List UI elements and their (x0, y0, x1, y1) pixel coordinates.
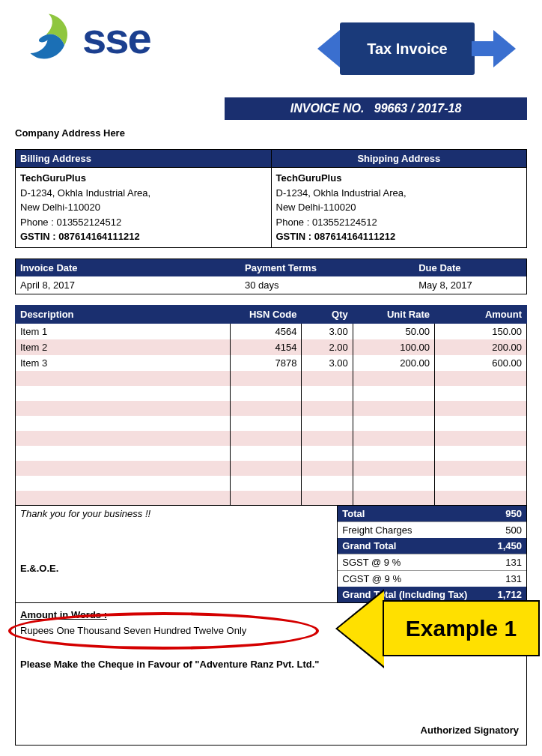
cell-qty: 2.00 (302, 339, 353, 355)
table-row: Item 378783.00200.00600.00 (16, 355, 527, 371)
cell-hsn (230, 371, 302, 386)
cell-amount: 200.00 (435, 339, 527, 355)
shipping-line1: D-1234, Okhla Industrial Area, (276, 186, 523, 201)
cell-desc: Item 2 (16, 339, 231, 355)
cell-rate: 100.00 (353, 339, 434, 355)
cell-qty (302, 446, 353, 461)
cell-rate (353, 476, 434, 491)
shipping-phone: Phone : 013552124512 (276, 215, 523, 230)
grand-total-tax-value: 1,712 (489, 587, 527, 603)
billing-name: TechGuruPlus (20, 171, 267, 186)
eoe-text: E.&.O.E. (20, 563, 332, 574)
total-value: 950 (489, 506, 527, 522)
cell-rate: 200.00 (353, 355, 434, 371)
grand-total-value: 1,450 (489, 538, 527, 554)
payment-terms-value: 30 days (240, 276, 414, 294)
address-table: Billing Address Shipping Address TechGur… (15, 149, 527, 248)
billing-header: Billing Address (16, 150, 272, 168)
cell-amount (435, 431, 527, 446)
amount-in-words-value: Rupees One Thousand Seven Hundred Twelve… (20, 625, 522, 636)
cell-qty (302, 401, 353, 416)
table-row (16, 461, 527, 476)
logo-text: sse (82, 13, 150, 63)
total-label: Total (338, 506, 489, 522)
shipping-header: Shipping Address (271, 150, 527, 168)
banner-title: Tax Invoice (367, 40, 447, 58)
cell-desc (16, 431, 231, 446)
invoice-no-label: INVOICE NO. (290, 102, 365, 115)
cell-desc: Item 1 (16, 323, 231, 339)
cell-hsn (230, 476, 302, 491)
cell-amount (435, 476, 527, 491)
cell-rate (353, 401, 434, 416)
cell-amount: 150.00 (435, 323, 527, 339)
cell-qty (302, 476, 353, 491)
logo-swirl-icon (22, 11, 75, 64)
cell-desc (16, 446, 231, 461)
authorized-signatory-label: Authorized Signatory (421, 725, 519, 736)
payment-terms-header: Payment Terms (240, 258, 414, 276)
table-row (16, 476, 527, 491)
cell-qty (302, 416, 353, 431)
invoice-date-header: Invoice Date (16, 258, 241, 276)
grand-total-label: Grand Total (338, 538, 489, 554)
cell-rate (353, 461, 434, 476)
col-description: Description (16, 305, 231, 323)
cell-hsn (230, 491, 302, 506)
cell-desc (16, 491, 231, 506)
cell-hsn (230, 416, 302, 431)
col-amount: Amount (435, 305, 527, 323)
cell-qty (302, 461, 353, 476)
billing-gstin: GSTIN : 087614164111212 (20, 229, 267, 244)
col-hsn: HSN Code (230, 305, 302, 323)
table-row: Item 145643.0050.00150.00 (16, 323, 527, 339)
cell-amount (435, 446, 527, 461)
table-row (16, 416, 527, 431)
cell-rate (353, 416, 434, 431)
billing-phone: Phone : 013552124512 (20, 215, 267, 230)
due-date-value: May 8, 2017 (414, 276, 526, 294)
cell-hsn (230, 431, 302, 446)
billing-line1: D-1234, Okhla Industrial Area, (20, 186, 267, 201)
cell-amount (435, 491, 527, 506)
col-rate: Unit Rate (353, 305, 434, 323)
cell-amount (435, 461, 527, 476)
cell-hsn: 4154 (230, 339, 302, 355)
cell-hsn: 4564 (230, 323, 302, 339)
cell-amount (435, 401, 527, 416)
table-row: Item 241542.00100.00200.00 (16, 339, 527, 355)
table-row (16, 371, 527, 386)
sgst-label: SGST @ 9 % (338, 554, 489, 571)
cell-desc: Item 3 (16, 355, 231, 371)
table-row (16, 491, 527, 506)
col-qty: Qty (302, 305, 353, 323)
cell-hsn (230, 461, 302, 476)
cell-amount (435, 386, 527, 401)
invoice-meta-table: Invoice Date Payment Terms Due Date Apri… (15, 258, 527, 294)
cell-rate (353, 491, 434, 506)
sgst-value: 131 (489, 554, 527, 571)
cell-desc (16, 386, 231, 401)
cell-hsn (230, 386, 302, 401)
shipping-name: TechGuruPlus (276, 171, 523, 186)
arrow-right-icon (493, 30, 516, 67)
header-area: sse Tax Invoice (15, 0, 527, 97)
company-address-label: Company Address Here (15, 127, 527, 139)
cell-qty (302, 371, 353, 386)
thank-you-text: Thank you for your business !! (20, 508, 332, 519)
cell-rate (353, 431, 434, 446)
cell-qty: 3.00 (302, 355, 353, 371)
cell-qty: 3.00 (302, 323, 353, 339)
cgst-label: CGST @ 9 % (338, 571, 489, 587)
cell-amount: 600.00 (435, 355, 527, 371)
cell-rate (353, 371, 434, 386)
cell-hsn (230, 446, 302, 461)
summary-table: Thank you for your business !! E.&.O.E. … (15, 506, 527, 603)
table-row (16, 446, 527, 461)
cgst-value: 131 (489, 571, 527, 587)
logo: sse (22, 11, 150, 64)
cell-desc (16, 371, 231, 386)
line-items-table: Description HSN Code Qty Unit Rate Amoun… (15, 305, 527, 506)
grand-total-tax-label: Grand Total (Including Tax) (338, 587, 489, 603)
table-row (16, 386, 527, 401)
